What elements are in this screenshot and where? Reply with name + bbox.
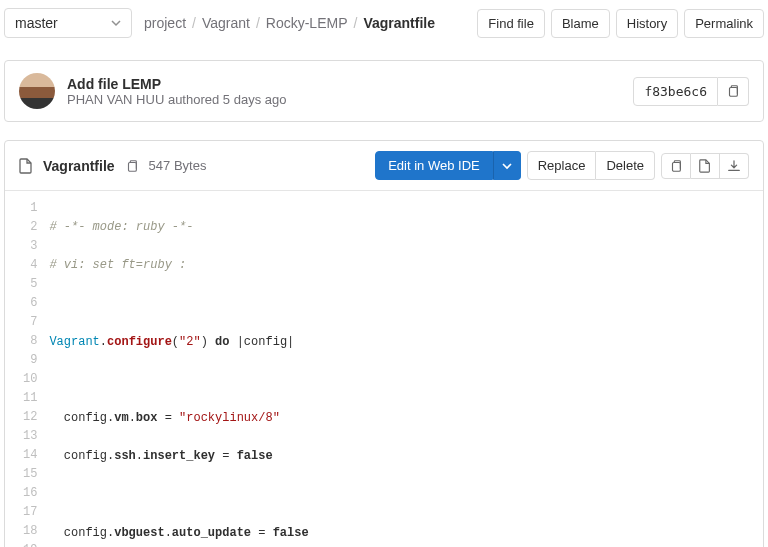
- chevron-down-icon: [111, 18, 121, 28]
- svg-rect-0: [730, 88, 738, 97]
- line-number[interactable]: 2: [23, 218, 37, 237]
- replace-button[interactable]: Replace: [527, 151, 597, 180]
- source-code: 1234567891011121314151617181920 # -*- mo…: [5, 191, 763, 547]
- commit-sha[interactable]: f83be6c6: [633, 77, 718, 106]
- line-number[interactable]: 12: [23, 408, 37, 427]
- line-number[interactable]: 19: [23, 541, 37, 547]
- line-number[interactable]: 8: [23, 332, 37, 351]
- copy-path-button[interactable]: [125, 159, 139, 173]
- commit-when: 5 days ago: [223, 92, 287, 107]
- line-number[interactable]: 10: [23, 370, 37, 389]
- crumb-current: Vagrantfile: [363, 15, 435, 31]
- branch-selector[interactable]: master: [4, 8, 132, 38]
- line-number[interactable]: 17: [23, 503, 37, 522]
- file-name: Vagrantfile: [43, 158, 115, 174]
- code-content[interactable]: # -*- mode: ruby -*- # vi: set ft=ruby :…: [49, 199, 763, 547]
- commit-title[interactable]: Add file LEMP: [67, 76, 621, 92]
- crumb-project[interactable]: project: [144, 15, 186, 31]
- document-icon: [698, 159, 712, 173]
- commit-author[interactable]: PHAN VAN HUU: [67, 92, 164, 107]
- svg-rect-1: [128, 162, 136, 171]
- edit-dropdown-button[interactable]: [493, 151, 521, 180]
- history-button[interactable]: History: [616, 9, 678, 38]
- line-number[interactable]: 13: [23, 427, 37, 446]
- svg-rect-2: [673, 162, 681, 171]
- line-number[interactable]: 3: [23, 237, 37, 256]
- line-number[interactable]: 6: [23, 294, 37, 313]
- raw-button[interactable]: [691, 153, 720, 179]
- file-size: 547 Bytes: [149, 158, 207, 173]
- clipboard-icon: [726, 84, 740, 98]
- line-number[interactable]: 18: [23, 522, 37, 541]
- document-icon: [19, 158, 33, 174]
- line-numbers: 1234567891011121314151617181920: [5, 199, 49, 547]
- blame-button[interactable]: Blame: [551, 9, 610, 38]
- crumb-rocky-lemp[interactable]: Rocky-LEMP: [266, 15, 348, 31]
- line-number[interactable]: 16: [23, 484, 37, 503]
- copy-contents-button[interactable]: [661, 153, 691, 179]
- line-number[interactable]: 4: [23, 256, 37, 275]
- commit-meta: PHAN VAN HUU authored 5 days ago: [67, 92, 621, 107]
- crumb-vagrant[interactable]: Vagrant: [202, 15, 250, 31]
- line-number[interactable]: 14: [23, 446, 37, 465]
- delete-button[interactable]: Delete: [596, 151, 655, 180]
- line-number[interactable]: 9: [23, 351, 37, 370]
- find-file-button[interactable]: Find file: [477, 9, 545, 38]
- chevron-down-icon: [502, 161, 512, 171]
- branch-name: master: [15, 15, 58, 31]
- file-block: Vagrantfile 547 Bytes Edit in Web IDE Re…: [4, 140, 764, 547]
- breadcrumb: project/ Vagrant/ Rocky-LEMP/ Vagrantfil…: [144, 15, 465, 31]
- line-number[interactable]: 15: [23, 465, 37, 484]
- line-number[interactable]: 7: [23, 313, 37, 332]
- line-number[interactable]: 1: [23, 199, 37, 218]
- copy-sha-button[interactable]: [718, 77, 749, 106]
- line-number[interactable]: 11: [23, 389, 37, 408]
- commit-block: Add file LEMP PHAN VAN HUU authored 5 da…: [4, 60, 764, 122]
- download-icon: [727, 159, 741, 173]
- edit-web-ide-button[interactable]: Edit in Web IDE: [375, 151, 493, 180]
- download-button[interactable]: [720, 153, 749, 179]
- line-number[interactable]: 5: [23, 275, 37, 294]
- avatar: [19, 73, 55, 109]
- clipboard-icon: [669, 159, 683, 173]
- permalink-button[interactable]: Permalink: [684, 9, 764, 38]
